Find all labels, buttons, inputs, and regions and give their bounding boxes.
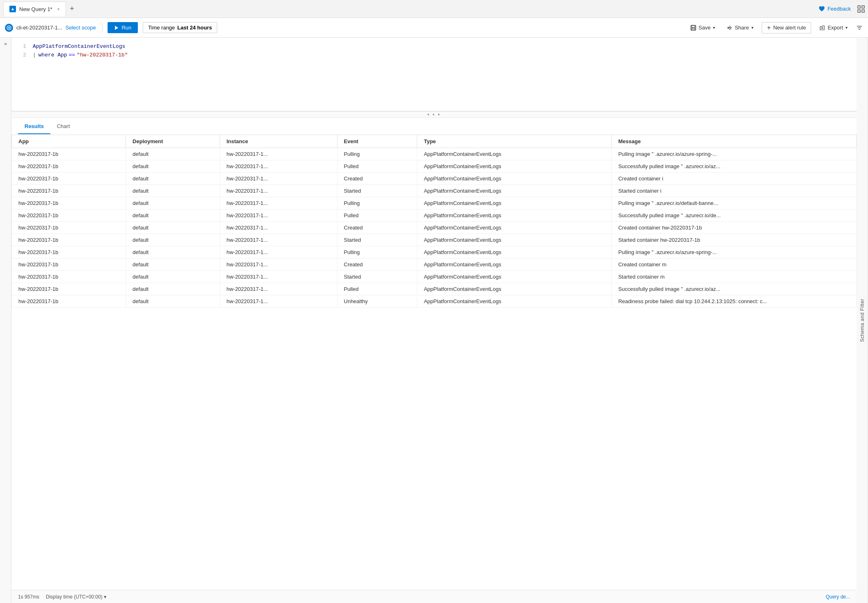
table-cell: Pulled bbox=[337, 160, 417, 173]
code-line-1: 1 AppPlatformContainerEventLogs bbox=[11, 43, 857, 51]
grid-settings-icon[interactable] bbox=[857, 5, 865, 13]
query-details-button[interactable]: Query de... bbox=[826, 594, 850, 600]
table-cell: hw-20220317-1... bbox=[220, 160, 337, 173]
new-alert-plus: + bbox=[767, 25, 771, 31]
time-range-button[interactable]: Time range Last 24 hours bbox=[143, 22, 217, 33]
table-cell: hw-20220317-1b bbox=[12, 197, 126, 209]
status-bar: 1s 957ms Display time (UTC+00:00) ▾ Quer… bbox=[11, 590, 857, 603]
table-cell: hw-20220317-1b bbox=[12, 295, 126, 308]
scope-name: cli-et-20220317-1... bbox=[16, 25, 62, 31]
table-cell: Started bbox=[337, 234, 417, 246]
table-cell: Created bbox=[337, 259, 417, 271]
table-cell: Pulled bbox=[337, 283, 417, 295]
toolbar-divider bbox=[102, 23, 103, 33]
table-cell: hw-20220317-1b bbox=[12, 222, 126, 234]
display-time-label: Display time (UTC+00:00) bbox=[46, 594, 102, 600]
table-cell: AppPlatformContainerEventLogs bbox=[417, 160, 612, 173]
table-cell: Pulling image " .azurecr.io/azure-spring… bbox=[612, 148, 857, 160]
svg-point-6 bbox=[8, 27, 10, 29]
table-cell: default bbox=[126, 209, 220, 222]
sidebar-toggle[interactable]: » bbox=[0, 38, 11, 603]
code-string: "hw-20220317-1b" bbox=[77, 51, 128, 60]
table-cell: AppPlatformContainerEventLogs bbox=[417, 173, 612, 185]
table-row[interactable]: hw-20220317-1bdefaulthw-20220317-1...Cre… bbox=[12, 259, 857, 271]
query-tab[interactable]: New Query 1* × bbox=[3, 2, 66, 16]
share-icon bbox=[726, 25, 732, 31]
table-row[interactable]: hw-20220317-1bdefaulthw-20220317-1...Sta… bbox=[12, 234, 857, 246]
run-button[interactable]: Run bbox=[108, 22, 138, 33]
table-row[interactable]: hw-20220317-1bdefaulthw-20220317-1...Sta… bbox=[12, 185, 857, 197]
display-time-button[interactable]: Display time (UTC+00:00) ▾ bbox=[46, 594, 106, 600]
run-icon bbox=[114, 25, 119, 30]
tab-chart[interactable]: Chart bbox=[50, 119, 76, 134]
table-row[interactable]: hw-20220317-1bdefaulthw-20220317-1...Cre… bbox=[12, 173, 857, 185]
table-cell: AppPlatformContainerEventLogs bbox=[417, 209, 612, 222]
tab-title: New Query 1* bbox=[19, 6, 52, 12]
filter-icon[interactable] bbox=[856, 24, 863, 32]
table-cell: AppPlatformContainerEventLogs bbox=[417, 246, 612, 259]
time-range-value: Last 24 hours bbox=[178, 25, 212, 31]
export-icon bbox=[819, 25, 825, 31]
svg-rect-3 bbox=[858, 10, 860, 12]
table-cell: hw-20220317-1b bbox=[12, 234, 126, 246]
tab-results[interactable]: Results bbox=[18, 119, 50, 134]
tab-close-button[interactable]: × bbox=[57, 7, 60, 11]
table-cell: hw-20220317-1... bbox=[220, 295, 337, 308]
table-cell: hw-20220317-1b bbox=[12, 271, 126, 283]
export-button[interactable]: Export ▾ bbox=[816, 23, 851, 32]
schema-filter-sidebar[interactable]: Schema and Filter bbox=[857, 38, 868, 603]
table-row[interactable]: hw-20220317-1bdefaulthw-20220317-1...Pul… bbox=[12, 148, 857, 160]
table-cell: Started bbox=[337, 185, 417, 197]
code-line1-text: AppPlatformContainerEventLogs bbox=[33, 43, 125, 51]
save-button[interactable]: Save ▾ bbox=[687, 23, 719, 32]
share-button[interactable]: Share ▾ bbox=[723, 23, 757, 32]
tab-right-area: Feedback bbox=[819, 5, 865, 13]
col-deployment: Deployment bbox=[126, 135, 220, 148]
save-label: Save bbox=[699, 25, 711, 31]
col-type: Type bbox=[417, 135, 612, 148]
table-cell: default bbox=[126, 259, 220, 271]
table-row[interactable]: hw-20220317-1bdefaulthw-20220317-1...Pul… bbox=[12, 197, 857, 209]
table-row[interactable]: hw-20220317-1bdefaulthw-20220317-1...Pul… bbox=[12, 160, 857, 173]
code-field: App bbox=[58, 51, 67, 60]
table-cell: Readiness probe failed: dial tcp 10.244.… bbox=[612, 295, 857, 308]
azure-icon bbox=[9, 6, 16, 12]
elapsed-time: 1s 957ms bbox=[18, 594, 39, 600]
svg-rect-1 bbox=[858, 6, 860, 8]
new-alert-button[interactable]: + New alert rule bbox=[762, 22, 812, 34]
table-row[interactable]: hw-20220317-1bdefaulthw-20220317-1...Unh… bbox=[12, 295, 857, 308]
table-cell: default bbox=[126, 271, 220, 283]
table-row[interactable]: hw-20220317-1bdefaulthw-20220317-1...Cre… bbox=[12, 222, 857, 234]
time-range-label: Time range bbox=[148, 25, 175, 31]
scope-area: cli-et-20220317-1... Select scope bbox=[5, 24, 96, 32]
table-cell: Started bbox=[337, 271, 417, 283]
table-row[interactable]: hw-20220317-1bdefaulthw-20220317-1...Pul… bbox=[12, 209, 857, 222]
table-cell: Created container m bbox=[612, 259, 857, 271]
code-editor[interactable]: 1 AppPlatformContainerEventLogs 2 | wher… bbox=[11, 38, 857, 111]
table-cell: hw-20220317-1... bbox=[220, 197, 337, 209]
scope-icon bbox=[5, 24, 13, 32]
table-cell: default bbox=[126, 148, 220, 160]
svg-rect-9 bbox=[692, 25, 695, 27]
table-cell: hw-20220317-1... bbox=[220, 209, 337, 222]
toolbar-right: Save ▾ Share ▾ + New alert rule Export ▾ bbox=[687, 22, 863, 34]
table-cell: Unhealthy bbox=[337, 295, 417, 308]
table-cell: AppPlatformContainerEventLogs bbox=[417, 234, 612, 246]
col-event: Event bbox=[337, 135, 417, 148]
table-cell: Pulling image " .azurecr.io/default-bann… bbox=[612, 197, 857, 209]
code-keyword: where bbox=[38, 51, 54, 60]
table-row[interactable]: hw-20220317-1bdefaulthw-20220317-1...Sta… bbox=[12, 271, 857, 283]
results-table-container[interactable]: App Deployment Instance Event Type Messa… bbox=[11, 135, 857, 590]
table-cell: Created bbox=[337, 173, 417, 185]
drag-handle[interactable]: • • • bbox=[11, 111, 857, 118]
table-cell: default bbox=[126, 185, 220, 197]
select-scope-button[interactable]: Select scope bbox=[65, 25, 96, 31]
table-row[interactable]: hw-20220317-1bdefaulthw-20220317-1...Pul… bbox=[12, 246, 857, 259]
table-row[interactable]: hw-20220317-1bdefaulthw-20220317-1...Pul… bbox=[12, 283, 857, 295]
chevron-right-icon: » bbox=[4, 41, 7, 47]
code-operator: == bbox=[69, 51, 75, 60]
export-caret: ▾ bbox=[846, 25, 848, 30]
table-cell: hw-20220317-1... bbox=[220, 185, 337, 197]
new-tab-button[interactable]: + bbox=[67, 4, 78, 13]
feedback-button[interactable]: Feedback bbox=[819, 6, 851, 12]
